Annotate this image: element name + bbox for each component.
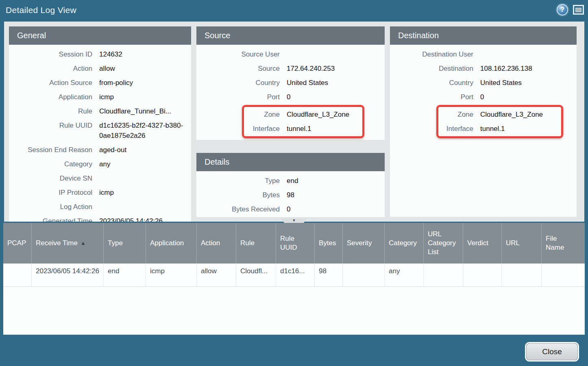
cell-application: icmp [146, 264, 197, 286]
cell-bytes: 98 [315, 264, 343, 286]
column-header-url-category-list[interactable]: URL Category List [424, 223, 463, 264]
column-header-file-name[interactable]: File Name [542, 223, 585, 264]
source-row-port: Port0 [196, 90, 385, 104]
general-row-session-id: Session ID124632 [9, 47, 191, 61]
general-row-category: Categoryany [9, 157, 191, 171]
destination-panel-body: Destination User Destination108.162.236.… [390, 45, 577, 140]
titlebar-icons: ? [557, 4, 584, 15]
collapse-panel-handle[interactable]: ▼ [281, 218, 307, 223]
general-row-action-source: Action Sourcefrom-policy [9, 76, 191, 90]
log-table-header: PCAP Receive Time▲ Type Application Acti… [3, 223, 585, 264]
help-icon[interactable]: ? [557, 4, 568, 15]
general-row-device-sn: Device SN [9, 171, 191, 185]
column-header-severity[interactable]: Severity [343, 223, 385, 264]
destination-row-destination: Destination108.162.236.138 [390, 61, 577, 76]
dialog-titlebar: Detailed Log View ? [0, 0, 588, 20]
source-row-source: Source172.64.240.253 [196, 61, 385, 76]
log-table-section: ▼ PCAP Receive Time▲ Type Application Ac… [3, 223, 585, 335]
column-header-rule[interactable]: Rule [236, 223, 276, 264]
general-column: General Session ID124632 Actionallow Act… [9, 26, 191, 217]
log-detail-content: General Session ID124632 Actionallow Act… [4, 22, 584, 222]
restore-window-icon[interactable] [573, 5, 584, 15]
destination-row-zone: ZoneCloudflare_L3_Zone [438, 107, 561, 122]
cell-file-name [542, 264, 585, 286]
column-header-action[interactable]: Action [197, 223, 236, 264]
source-row-interface: Interfacetunnel.1 [244, 122, 362, 136]
close-button[interactable]: Close [526, 343, 578, 360]
destination-panel-title: Destination [390, 26, 577, 45]
source-panel-body: Source User Source172.64.240.253 Country… [196, 45, 385, 140]
cell-severity [343, 264, 385, 286]
details-row-bytes: Bytes98 [196, 188, 385, 202]
cell-category: any [385, 264, 424, 286]
destination-column: Destination Destination User Destination… [390, 26, 577, 217]
cell-receive-time: 2023/06/05 14:42:26 [32, 264, 104, 286]
destination-row-interface: Interfacetunnel.1 [438, 122, 561, 136]
general-row-action: Actionallow [9, 61, 191, 76]
destination-row-destination-user: Destination User [390, 47, 577, 61]
details-panel-body: Typeend Bytes98 Bytes Received0 [196, 171, 385, 217]
details-row-bytes-received: Bytes Received0 [196, 202, 385, 216]
general-panel-body: Session ID124632 Actionallow Action Sour… [9, 45, 191, 222]
column-header-application[interactable]: Application [146, 223, 197, 264]
destination-panel: Destination Destination User Destination… [390, 26, 577, 217]
column-header-url[interactable]: URL [502, 223, 542, 264]
general-panel-title: General [9, 26, 191, 45]
source-zone-highlight-box: ZoneCloudflare_L3_Zone Interfacetunnel.1 [242, 105, 364, 138]
cell-url [502, 264, 542, 286]
details-row-type: Typeend [196, 174, 385, 188]
column-header-category[interactable]: Category [385, 223, 424, 264]
cell-url-category-list [424, 264, 463, 286]
details-panel: Details Typeend Bytes98 Bytes Received0 [196, 153, 385, 217]
cell-rule: Cloudfl... [236, 264, 276, 286]
source-panel-title: Source [196, 26, 385, 45]
log-table-row[interactable]: 2023/06/05 14:42:26 end icmp allow Cloud… [3, 264, 585, 287]
source-row-country: CountryUnited States [196, 76, 385, 90]
column-header-verdict[interactable]: Verdict [463, 223, 502, 264]
source-row-source-user: Source User [196, 47, 385, 61]
dialog-title: Detailed Log View [6, 0, 76, 20]
general-row-generated-time: Generated Time2023/06/05 14:42:26 [9, 214, 191, 222]
source-panel: Source Source User Source172.64.240.253 … [196, 26, 385, 140]
column-header-pcap[interactable]: PCAP [3, 223, 32, 264]
general-row-application: Applicationicmp [9, 90, 191, 104]
sort-asc-icon: ▲ [81, 239, 86, 248]
general-row-rule-uuid: Rule UUIDd1c16235-b2f2-4327-b380-0ae1875… [9, 118, 191, 143]
general-row-ip-protocol: IP Protocolicmp [9, 185, 191, 200]
restore-window-icon-inner [575, 8, 581, 12]
column-header-bytes[interactable]: Bytes [315, 223, 343, 264]
cell-pcap [3, 264, 32, 286]
general-row-rule: RuleCloudflare_Tunnel_Bi... [9, 104, 191, 118]
source-details-column: Source Source User Source172.64.240.253 … [196, 26, 385, 217]
column-header-receive-time[interactable]: Receive Time▲ [32, 223, 104, 264]
general-row-log-action: Log Action [9, 200, 191, 214]
cell-type: end [104, 264, 146, 286]
destination-zone-highlight-box: ZoneCloudflare_L3_Zone Interfacetunnel.1 [436, 105, 563, 138]
destination-row-country: CountryUnited States [390, 76, 577, 90]
column-header-type[interactable]: Type [104, 223, 146, 264]
cell-verdict [463, 264, 502, 286]
chevron-down-icon: ▼ [292, 218, 296, 222]
destination-row-port: Port0 [390, 90, 577, 104]
cell-action: allow [197, 264, 236, 286]
column-header-rule-uuid[interactable]: Rule UUID [276, 223, 315, 264]
source-row-zone: ZoneCloudflare_L3_Zone [244, 107, 362, 122]
details-panel-title: Details [196, 153, 385, 171]
cell-rule-uuid: d1c16... [276, 264, 315, 286]
general-row-session-end-reason: Session End Reasonaged-out [9, 143, 191, 157]
general-panel: General Session ID124632 Actionallow Act… [9, 26, 191, 222]
